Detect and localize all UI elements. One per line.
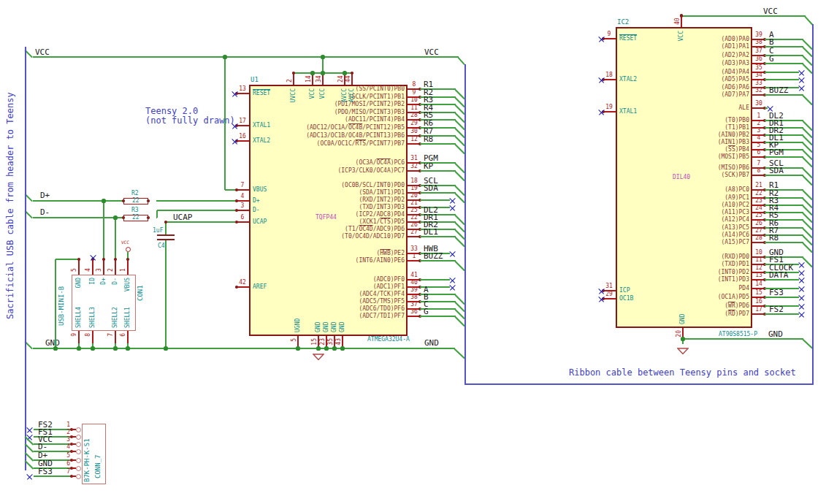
connector-ref: CON1	[137, 285, 144, 301]
pin-number: 23	[753, 198, 765, 204]
pin	[78, 331, 79, 343]
wire	[420, 279, 450, 280]
net-label: FS3	[769, 289, 784, 297]
pin-number: 24	[338, 75, 344, 83]
pin-end-dot	[102, 258, 105, 261]
resistor-ref: R2	[131, 191, 139, 196]
net-label-vcc-right: VCC	[424, 48, 439, 56]
resistor-value: 22	[132, 198, 139, 204]
wire	[165, 222, 167, 235]
pin	[237, 210, 249, 210]
pin-number: 9	[408, 90, 420, 96]
pin-name: GND	[316, 322, 321, 332]
pin	[604, 79, 616, 80]
pin-number: 10	[408, 97, 420, 103]
pin-name: (INT6/AIN0)PE6	[356, 258, 405, 264]
wire	[681, 15, 806, 17]
pin-end-dot	[235, 199, 238, 202]
pin-name: (PDO/MISO/PCINT3)PB3	[334, 110, 405, 115]
pin-circle	[76, 458, 81, 463]
pin-name: (A8)PC0	[724, 187, 749, 193]
wire	[115, 218, 116, 259]
chip-footprint: DIL40	[673, 175, 690, 180]
pin-number: 33	[408, 246, 420, 252]
pin-name: UCAP	[253, 219, 267, 225]
net-label: FS3	[38, 467, 53, 476]
junction-dot	[296, 346, 299, 350]
pin-name: (A11)PC3	[721, 210, 749, 215]
junction-dot	[223, 55, 226, 58]
net-label: D-	[38, 443, 47, 451]
chip-value: ATMEGA32U4-A	[367, 337, 410, 343]
wire	[765, 156, 803, 158]
pin-name: ID	[90, 278, 96, 285]
pin-number: 36	[753, 56, 765, 62]
pin-number: 6	[121, 333, 126, 337]
wire	[33, 217, 123, 218]
net-label-dminus: D-	[40, 208, 50, 216]
pin-number: 33	[753, 80, 765, 86]
net-label-dplus: D+	[40, 191, 50, 199]
pin-name: AVCC	[342, 88, 348, 102]
pin-number: 4	[85, 268, 91, 272]
pin-number: 30	[408, 129, 420, 134]
pin-number: 15	[312, 338, 318, 345]
pin-end-dot	[147, 199, 150, 202]
net-label: B	[769, 38, 774, 46]
capacitor-plate	[157, 234, 175, 237]
pin-number: 26	[408, 222, 420, 228]
chip-footprint: TQFP44	[316, 215, 337, 221]
junction-dot	[343, 71, 346, 75]
wire	[765, 79, 799, 80]
pin-number: 2	[753, 121, 765, 126]
pin-number: 17	[237, 118, 248, 124]
pin-name: (A13)PC5	[721, 225, 749, 231]
pin	[115, 331, 115, 343]
chip-ref: IC2	[617, 19, 629, 26]
pin-name: (TXD/INT3)PD3	[359, 205, 405, 210]
pin-number: 7	[753, 161, 765, 167]
net-label-gnd-ic2: GND	[768, 330, 783, 338]
pin-name: XTAL1	[619, 109, 637, 115]
pin-number: 17	[753, 307, 765, 313]
pin-number: 40	[408, 280, 420, 286]
wire	[765, 297, 799, 298]
wire	[224, 57, 226, 190]
pin-number: 2	[61, 429, 70, 435]
pin-name: (SS)PB4	[724, 147, 749, 153]
pin-name: (MOSI)PB5	[718, 154, 749, 160]
pin-number: 31	[408, 156, 420, 161]
wire	[156, 200, 237, 202]
pin-number: 3	[96, 268, 102, 272]
pin	[604, 38, 616, 39]
pin-end-dot	[147, 216, 150, 219]
pin-name: AREF	[253, 284, 267, 290]
pin-name: (ADC4/TCK)PF4	[359, 291, 405, 297]
pin-number: 1	[121, 268, 126, 272]
wire	[420, 236, 456, 237]
junction-dot	[324, 346, 328, 350]
pin	[237, 286, 249, 287]
junction-dot	[321, 71, 324, 75]
pin-number: 1	[753, 113, 765, 119]
pin-name: RESET	[253, 91, 270, 96]
pin-name: D+	[101, 278, 107, 285]
pin-number: 8	[408, 82, 420, 88]
pin-number: 24	[753, 205, 765, 211]
pin-name: (ICP2/ADC8)PD4	[356, 212, 405, 218]
resistor-value: 22	[132, 215, 139, 221]
wire	[765, 175, 803, 176]
wire	[765, 94, 803, 96]
wire	[156, 210, 158, 218]
pin-number: 6	[753, 150, 765, 156]
pin-name: XTAL2	[619, 77, 637, 83]
wire	[420, 316, 456, 317]
pin-number: 7	[108, 333, 114, 337]
pin-name: GND	[324, 322, 329, 332]
pin-number: 29	[408, 121, 420, 126]
junction-dot	[102, 199, 105, 202]
pin	[293, 73, 294, 85]
pin-name: (A14)PC6	[721, 232, 749, 238]
wire	[420, 199, 450, 201]
pin-number: 7	[237, 183, 248, 188]
